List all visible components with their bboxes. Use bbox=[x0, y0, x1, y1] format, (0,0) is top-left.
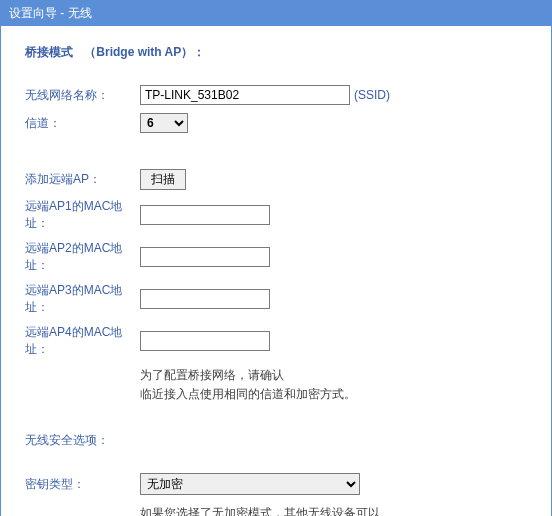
content-area: 桥接模式 （Bridge with AP）： 无线网络名称： (SSID) 信道… bbox=[1, 26, 551, 516]
mac2-row: 远端AP2的MAC地址： bbox=[25, 240, 527, 274]
mac3-row: 远端AP3的MAC地址： bbox=[25, 282, 527, 316]
bridge-hint-line1: 为了配置桥接网络，请确认 bbox=[140, 366, 527, 385]
security-section-label: 无线安全选项： bbox=[25, 432, 527, 449]
mac3-label: 远端AP3的MAC地址： bbox=[25, 282, 140, 316]
channel-select[interactable]: 6 bbox=[140, 113, 188, 133]
mac3-input[interactable] bbox=[140, 289, 270, 309]
mac1-input[interactable] bbox=[140, 205, 270, 225]
window-title: 设置向导 - 无线 bbox=[9, 6, 92, 20]
ssid-row: 无线网络名称： (SSID) bbox=[25, 85, 527, 105]
mac4-row: 远端AP4的MAC地址： bbox=[25, 324, 527, 358]
bridge-hint-line2: 临近接入点使用相同的信道和加密方式。 bbox=[140, 385, 527, 404]
mac2-input[interactable] bbox=[140, 247, 270, 267]
scan-button[interactable]: 扫描 bbox=[140, 169, 186, 190]
mode-en: （Bridge with AP）： bbox=[84, 45, 205, 59]
add-ap-row: 添加远端AP： 扫描 bbox=[25, 169, 527, 190]
mac4-label: 远端AP4的MAC地址： bbox=[25, 324, 140, 358]
mac2-label: 远端AP2的MAC地址： bbox=[25, 240, 140, 274]
ssid-label: 无线网络名称： bbox=[25, 87, 140, 104]
ssid-suffix: (SSID) bbox=[354, 88, 390, 102]
title-bar: 设置向导 - 无线 bbox=[1, 1, 551, 26]
channel-row: 信道： 6 bbox=[25, 113, 527, 133]
encrypt-hint-line1: 如果您选择了无加密模式，其他无线设备可以 bbox=[140, 503, 527, 516]
key-type-select[interactable]: 无加密 bbox=[140, 473, 360, 495]
key-type-label: 密钥类型： bbox=[25, 476, 140, 493]
add-ap-label: 添加远端AP： bbox=[25, 171, 140, 188]
mode-header: 桥接模式 （Bridge with AP）： bbox=[25, 44, 527, 61]
mac4-input[interactable] bbox=[140, 331, 270, 351]
mac1-label: 远端AP1的MAC地址： bbox=[25, 198, 140, 232]
encrypt-hint: 如果您选择了无加密模式，其他无线设备可以 无需设置加密信息就能接入此AP。为保障… bbox=[140, 503, 527, 516]
key-type-row: 密钥类型： 无加密 bbox=[25, 473, 527, 495]
channel-label: 信道： bbox=[25, 115, 140, 132]
mac1-row: 远端AP1的MAC地址： bbox=[25, 198, 527, 232]
bridge-hint: 为了配置桥接网络，请确认 临近接入点使用相同的信道和加密方式。 bbox=[140, 366, 527, 404]
wizard-window: 设置向导 - 无线 桥接模式 （Bridge with AP）： 无线网络名称：… bbox=[0, 0, 552, 516]
mode-label: 桥接模式 bbox=[25, 45, 73, 59]
ssid-input[interactable] bbox=[140, 85, 350, 105]
